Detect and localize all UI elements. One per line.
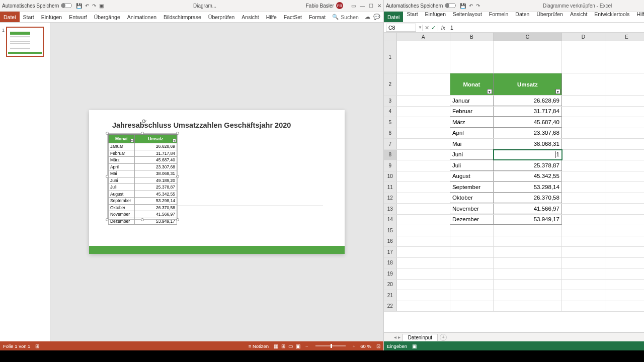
cell-B16[interactable] (450, 236, 494, 247)
cell-B1[interactable] (450, 41, 494, 73)
cell-E14[interactable] (605, 215, 644, 225)
tab-übergänge[interactable]: Übergänge (91, 14, 124, 20)
tab-überprüfen[interactable]: Überprüfen (205, 14, 238, 20)
formula-input[interactable]: 1 (448, 25, 644, 31)
slide-title[interactable]: ⟳ Jahresabschluss Umsatzzahlen Geschäfts… (112, 121, 291, 129)
row-header-22[interactable]: 22 (384, 301, 397, 312)
cell-B4[interactable]: Februar (450, 107, 494, 117)
cell-C15[interactable] (494, 225, 562, 236)
cell-D5[interactable] (562, 117, 605, 128)
zoom-in-icon[interactable]: + (353, 343, 356, 349)
tab-seitenlayout[interactable]: Seitenlayout (449, 11, 486, 17)
tab-formeln[interactable]: Formeln (486, 11, 512, 17)
cell-A2[interactable] (397, 73, 450, 95)
cell-B11[interactable]: September (450, 182, 494, 193)
spreadsheet-grid[interactable]: ABCDEF 12Monat▾Umsatz▾3Januar26.628,694F… (384, 33, 644, 332)
row-header-15[interactable]: 15 (384, 225, 397, 236)
cell-B9[interactable]: Juli (450, 160, 494, 171)
cell-D19[interactable] (562, 268, 605, 279)
cell-C12[interactable]: 26.370,58 (494, 193, 562, 204)
minimize-icon[interactable]: — (360, 3, 365, 9)
row-header-10[interactable]: 10 (384, 171, 397, 182)
cell-E5[interactable] (605, 117, 644, 128)
row-header-3[interactable]: 3 (384, 96, 397, 106)
row-header-5[interactable]: 5 (384, 117, 397, 128)
row-header-19[interactable]: 19 (384, 268, 397, 279)
cell-A19[interactable] (397, 268, 450, 279)
row-header-18[interactable]: 18 (384, 258, 397, 268)
cell-D2[interactable] (562, 73, 605, 95)
cell-D18[interactable] (562, 258, 605, 268)
cell-C18[interactable] (494, 258, 562, 268)
zoom-out-icon[interactable]: − (305, 343, 308, 349)
avatar[interactable]: FB (336, 2, 343, 9)
cell-C1[interactable] (494, 41, 562, 73)
cell-C6[interactable]: 23.307,68 (494, 128, 562, 139)
cell-E8[interactable] (605, 150, 644, 160)
cell-A5[interactable] (397, 117, 450, 128)
autosave-toggle[interactable] (61, 3, 72, 8)
filter-icon[interactable]: ▾ (555, 89, 560, 94)
cell-E1[interactable] (605, 41, 644, 73)
cell-C17[interactable] (494, 247, 562, 257)
cell-B3[interactable]: Januar (450, 96, 494, 106)
row-header-17[interactable]: 17 (384, 247, 397, 257)
name-box[interactable]: C8 (386, 24, 416, 32)
row-header-1[interactable]: 1 (384, 41, 397, 73)
tab-einfügen[interactable]: Einfügen (38, 14, 65, 20)
cell-A15[interactable] (397, 225, 450, 236)
tab-entwurf[interactable]: Entwurf (65, 14, 91, 20)
save-icon[interactable]: 💾 (460, 3, 466, 9)
row-header-6[interactable]: 6 (384, 128, 397, 139)
cell-A18[interactable] (397, 258, 450, 268)
undo-icon[interactable]: ↶ (469, 3, 473, 9)
cell-E6[interactable] (605, 128, 644, 139)
tab-einfügen[interactable]: Einfügen (422, 11, 449, 17)
cell-D8[interactable] (562, 150, 605, 160)
tab-entwicklertools[interactable]: Entwicklertools (591, 11, 633, 17)
cell-E21[interactable] (605, 290, 644, 301)
cell-D1[interactable] (562, 41, 605, 73)
cell-B7[interactable]: Mai (450, 139, 494, 149)
redo-icon[interactable]: ↷ (92, 3, 96, 9)
namebox-dropdown-icon[interactable]: ▼ (418, 25, 422, 30)
fit-window-icon[interactable]: ⊡ (376, 343, 380, 349)
cell-E3[interactable] (605, 96, 644, 106)
cell-D13[interactable] (562, 204, 605, 214)
cell-B10[interactable]: August (450, 171, 494, 182)
cell-D12[interactable] (562, 193, 605, 204)
cell-C14[interactable]: 53.949,17 (494, 215, 562, 225)
cell-B20[interactable] (450, 280, 494, 290)
cell-A21[interactable] (397, 290, 450, 301)
cell-B2[interactable]: Monat▾ (450, 73, 494, 95)
rotate-handle-icon[interactable]: ⟳ (142, 118, 146, 125)
cell-A17[interactable] (397, 247, 450, 257)
cell-E19[interactable] (605, 268, 644, 279)
row-header-14[interactable]: 14 (384, 215, 397, 225)
cell-C19[interactable] (494, 268, 562, 279)
cell-C20[interactable] (494, 280, 562, 290)
row-header-21[interactable]: 21 (384, 290, 397, 301)
row-header-2[interactable]: 2 (384, 73, 397, 95)
sorter-view-icon[interactable]: ⊞ (281, 343, 285, 349)
cell-A9[interactable] (397, 160, 450, 171)
cell-C22[interactable] (494, 301, 562, 312)
row-header-8[interactable]: 8 (384, 150, 397, 160)
cell-E22[interactable] (605, 301, 644, 312)
cell-E9[interactable] (605, 160, 644, 171)
cell-A14[interactable] (397, 215, 450, 225)
cell-C11[interactable]: 53.298,14 (494, 182, 562, 193)
sheet-nav-icon[interactable]: ◂ ▸ (394, 334, 400, 340)
accessibility-icon[interactable]: ⊞ (35, 343, 39, 349)
cell-A11[interactable] (397, 182, 450, 193)
row-header-16[interactable]: 16 (384, 236, 397, 247)
enter-icon[interactable]: ✓ (431, 25, 436, 31)
cell-D20[interactable] (562, 280, 605, 290)
tab-animationen[interactable]: Animationen (124, 14, 160, 20)
slideshow-icon[interactable]: ▣ (99, 3, 104, 9)
cell-D7[interactable] (562, 139, 605, 149)
tab-start[interactable]: Start (20, 14, 38, 20)
cell-A13[interactable] (397, 204, 450, 214)
zoom-slider[interactable] (315, 345, 346, 346)
cell-D9[interactable] (562, 160, 605, 171)
